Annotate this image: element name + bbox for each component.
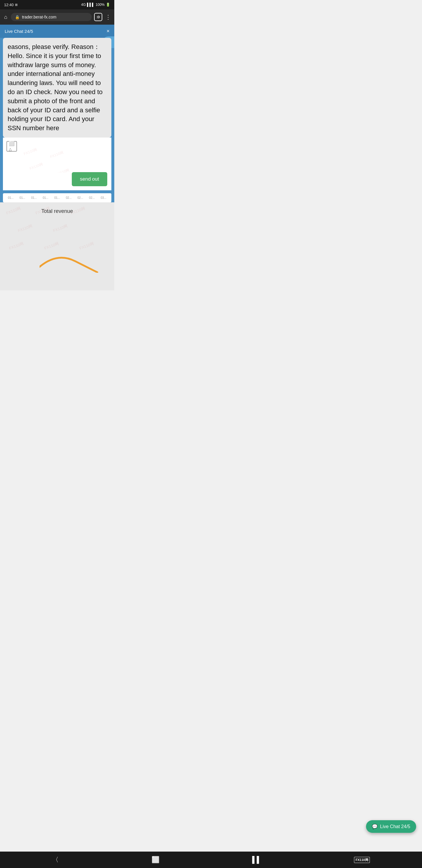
browser-menu-button[interactable]: ⋮ <box>105 13 111 21</box>
time-display: 12:40 <box>4 3 14 7</box>
chart-label-1: 01... <box>8 196 13 199</box>
status-indicators: 4G ▌▌▌ 100% 🔋 <box>81 3 110 7</box>
image-icon: ⬜△ <box>9 141 15 152</box>
home-button[interactable]: ⌂ <box>3 13 8 22</box>
chart-label-5: 01... <box>54 196 60 199</box>
dashboard-watermark-layer: FX110网 FX110网 FX110网 FX110网 FX110网 FX110… <box>0 202 114 290</box>
watermark: FX110网 <box>17 223 33 234</box>
chart-label-4: 01... <box>43 196 48 199</box>
watermark: FX110网 <box>8 241 24 251</box>
send-out-button[interactable]: send out <box>72 172 107 186</box>
browser-actions: :D ⋮ <box>94 13 111 21</box>
chart-label-3: 01... <box>31 196 37 199</box>
battery-level: 100% <box>96 3 105 7</box>
chart-label-2: 01... <box>20 196 25 199</box>
status-time: 12:40 ⊞ <box>4 3 18 7</box>
chat-message-text: easons, please verify. Reason：Hello. Sin… <box>8 42 107 133</box>
live-chat-header: Live Chat 24/5 × <box>0 25 114 38</box>
live-chat-title: Live Chat 24/5 <box>5 29 33 34</box>
dashboard-area: FX110网 FX110网 FX110网 FX110网 FX110网 FX110… <box>0 202 114 290</box>
chart-label-9: 03... <box>100 196 106 199</box>
watermark-layer: FX110网 FX110网 FX110网 FX110网 <box>21 146 107 173</box>
chart-label-7: 02... <box>77 196 83 199</box>
chart-label-8: 02... <box>89 196 95 199</box>
battery-icon: 🔋 <box>106 3 110 7</box>
chart-area: 01... 01... 01... 01... 01... 02... 02..… <box>3 193 111 202</box>
browser-bar: ⌂ 🔒 trader.berat-fx.com :D ⋮ <box>0 9 114 25</box>
chat-input-area[interactable]: ⬜△ FX110网 FX110网 FX110网 FX110网 send out <box>3 137 111 190</box>
chart-label-6: 02... <box>66 196 71 199</box>
network-icon: 4G <box>81 3 86 7</box>
revenue-chart-curve <box>39 249 98 273</box>
total-revenue-label: Total revenue <box>5 208 109 214</box>
watermark: FX110网 <box>55 167 70 173</box>
watermark: FX110网 <box>23 147 38 156</box>
watermark: FX110网 <box>29 162 44 171</box>
url-text: trader.berat-fx.com <box>22 15 88 19</box>
signal-bars-icon: ▌▌▌ <box>87 3 95 7</box>
chat-message-bubble: easons, please verify. Reason：Hello. Sin… <box>3 38 111 137</box>
tab-switcher-button[interactable]: :D <box>94 13 102 21</box>
signal-icon: ⊞ <box>15 3 18 7</box>
watermark: FX110网 <box>50 150 64 159</box>
close-chat-button[interactable]: × <box>106 28 109 34</box>
url-bar[interactable]: 🔒 trader.berat-fx.com <box>11 13 92 21</box>
chat-container: Live Chat 24/5 × ✏ easons, please verify… <box>0 25 114 202</box>
watermark: FX110网 <box>52 223 68 234</box>
lock-icon: 🔒 <box>15 15 20 19</box>
chart-labels: 01... 01... 01... 01... 01... 02... 02..… <box>6 196 108 199</box>
status-bar: 12:40 ⊞ 4G ▌▌▌ 100% 🔋 <box>0 0 114 9</box>
image-attach-button[interactable]: ⬜△ <box>6 141 17 152</box>
